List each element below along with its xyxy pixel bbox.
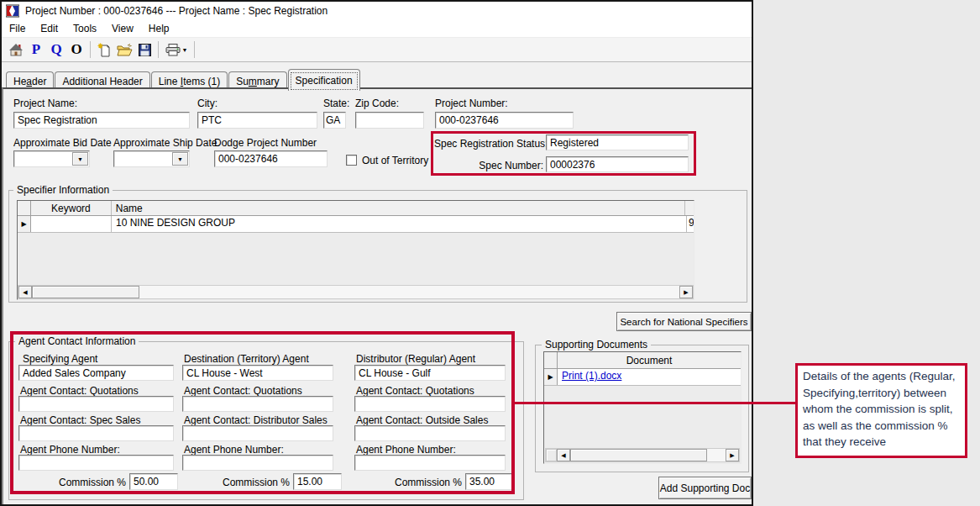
menu-edit[interactable]: Edit (33, 21, 66, 36)
print-dropdown-icon[interactable]: ▼ (182, 47, 188, 53)
add-supporting-doc-button[interactable]: Add Supporting Doc (658, 477, 752, 499)
tab-line-items[interactable]: Line Items (1) (151, 71, 228, 89)
tab-summary[interactable]: Summary (228, 71, 286, 89)
agent-contact-distributor-sales-input[interactable] (182, 425, 333, 441)
commission-input[interactable] (129, 473, 178, 490)
distributor-agent-input[interactable] (354, 365, 506, 381)
print-button[interactable]: ▼ (162, 40, 191, 60)
dodge-project-number-input[interactable] (214, 150, 328, 167)
spec-registration-status-input[interactable] (546, 134, 689, 150)
tab-label: Su (236, 76, 249, 87)
commission-input[interactable] (465, 473, 514, 490)
scroll-left-button[interactable]: ◀ (18, 286, 32, 298)
tab-specification[interactable]: Specification (288, 69, 360, 91)
agent-phone-number-input[interactable] (354, 455, 506, 471)
p-button[interactable]: P (26, 40, 46, 60)
agent-phone-number-input[interactable] (18, 455, 174, 471)
zip-code-label: Zip Code: (355, 98, 399, 109)
column-header-document: Document (558, 352, 741, 368)
search-national-specifiers-button[interactable]: Search for National Specifiers (616, 312, 752, 331)
bid-date-label: Approximate Bid Date (13, 137, 112, 149)
ship-date-combo[interactable]: ▼ (113, 150, 190, 167)
row-selector[interactable]: ▶ (18, 216, 31, 232)
row-arrow-icon: ▶ (21, 220, 26, 228)
scrollbar-thumb[interactable] (32, 286, 139, 298)
keyword-cell[interactable] (31, 216, 112, 232)
combo-dropdown-button[interactable]: ▼ (172, 152, 188, 166)
spec-number-input[interactable] (546, 156, 689, 172)
menu-help[interactable]: Help (141, 21, 177, 36)
project-number-input[interactable] (435, 112, 574, 129)
new-button[interactable] (94, 40, 114, 60)
state-input[interactable] (323, 112, 346, 129)
agent-contact-spec-sales-input[interactable] (18, 425, 174, 441)
home-button[interactable] (6, 40, 26, 60)
commission-input[interactable] (293, 473, 342, 490)
menu-tools[interactable]: Tools (66, 21, 104, 36)
printer-icon (165, 44, 181, 56)
column-header-keyword: Keyword (31, 201, 112, 215)
supporting-documents-grid: Document ▶ Print (1).docx ◀ ▶ (543, 351, 742, 464)
save-button[interactable] (134, 40, 155, 60)
destination-agent-label: Destination (Territory) Agent (184, 353, 309, 365)
agent-contact-outside-sales-input[interactable] (354, 425, 506, 441)
agent-phone-number-label: Agent Phone Number: (356, 444, 456, 456)
tab-additional-header[interactable]: Additional Header (55, 71, 149, 89)
agent-contact-quotations-input[interactable] (182, 396, 333, 412)
specifier-information-legend: Specifier Information (13, 184, 113, 196)
commission-label: Commission % (388, 477, 462, 488)
chevron-down-icon: ▼ (77, 156, 83, 162)
row-arrow-icon: ▶ (548, 373, 553, 381)
scroll-left-button[interactable]: ◀ (557, 449, 570, 461)
toolbar-separator (158, 41, 159, 58)
extra-cell[interactable]: 9 (687, 216, 694, 232)
menu-view[interactable]: View (104, 21, 141, 36)
app-window: Project Number : 000-0237646 --- Project… (0, 0, 753, 506)
row-selector[interactable]: ▶ (544, 369, 558, 385)
project-name-label: Project Name: (13, 98, 77, 109)
agent-phone-number-input[interactable] (182, 455, 333, 471)
agent-phone-number-label: Agent Phone Number: (184, 444, 284, 456)
bid-date-combo[interactable]: ▼ (13, 150, 90, 167)
scroll-right-button[interactable]: ▶ (679, 286, 693, 298)
specifier-h-scrollbar[interactable]: ◀ ▶ (18, 285, 694, 299)
tab-strip: Header Additional Header Line Items (1) … (2, 62, 752, 89)
table-row: ▶ 10 NINE DESIGN GROUP 9 (18, 216, 694, 233)
column-header-extra (685, 201, 694, 215)
name-cell[interactable]: 10 NINE DESIGN GROUP (112, 216, 687, 232)
q-button[interactable]: Q (46, 40, 66, 60)
tab-label: Line (159, 76, 181, 87)
tab-header[interactable]: Header (6, 71, 54, 89)
app-icon (6, 4, 19, 18)
arrow-left-icon: ◀ (561, 452, 565, 459)
combo-dropdown-button[interactable]: ▼ (72, 152, 88, 166)
agent-contact-quotations-label: Agent Contact: Quotations (20, 385, 139, 397)
specifying-agent-input[interactable] (18, 365, 174, 381)
agent-contact-outside-sales-label: Agent Contact: Outside Sales (356, 414, 488, 426)
city-label: City: (197, 98, 217, 109)
menu-bar: File Edit Tools View Help (2, 19, 752, 38)
project-name-input[interactable] (13, 112, 190, 129)
supporting-documents-legend: Supporting Documents (542, 339, 651, 351)
open-button[interactable] (114, 40, 134, 60)
document-link[interactable]: Print (1).docx (562, 370, 621, 382)
arrow-right-icon: ▶ (684, 289, 688, 296)
o-button[interactable]: O (66, 40, 86, 60)
supporting-grid-header: Document (544, 352, 741, 369)
scroll-right-button[interactable]: ▶ (726, 449, 739, 461)
menu-file[interactable]: File (2, 21, 33, 36)
scrollbar-thumb[interactable] (570, 449, 707, 461)
supporting-h-scrollbar[interactable]: ◀ ▶ (545, 448, 740, 462)
agent-contact-information-legend: Agent Contact Information (15, 335, 139, 347)
zip-code-input[interactable] (355, 112, 424, 129)
agent-contact-quotations-input[interactable] (18, 396, 174, 412)
scrollbar-corner (546, 449, 557, 461)
agent-contact-quotations-input[interactable] (354, 396, 506, 412)
dodge-project-number-label: Dodge Project Number (214, 137, 317, 149)
destination-agent-input[interactable] (182, 365, 333, 381)
scrollbar-track (139, 286, 679, 298)
out-of-territory-checkbox[interactable] (346, 155, 357, 166)
tab-label: Specification (296, 75, 353, 87)
city-input[interactable] (197, 112, 317, 129)
open-folder-icon (117, 44, 133, 56)
